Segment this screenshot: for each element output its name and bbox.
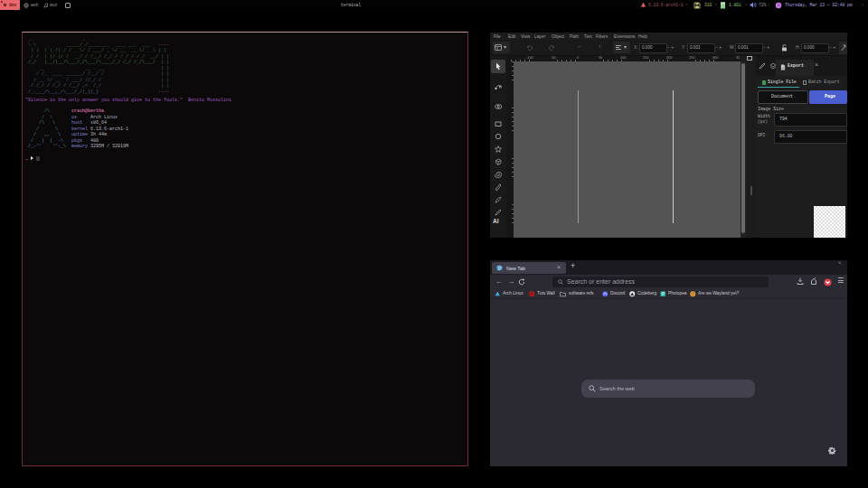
svg-text:P: P — [662, 292, 665, 296]
